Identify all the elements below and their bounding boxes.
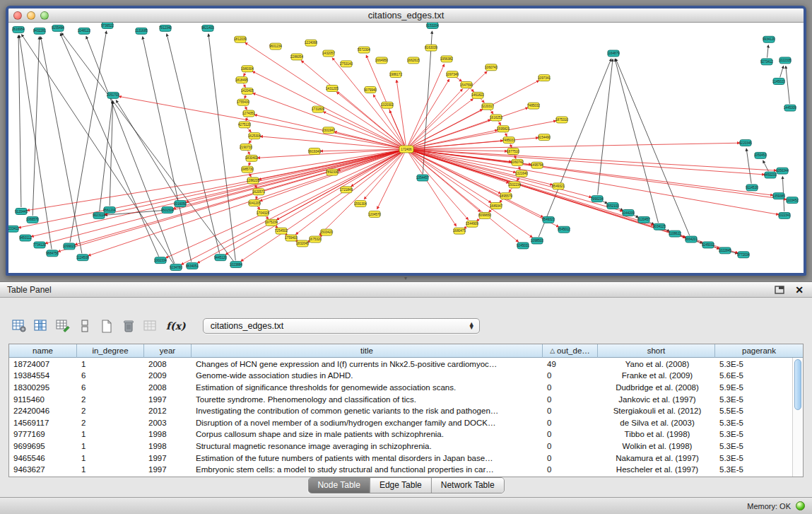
table-row[interactable]: 1938455462009Genome-wide association stu… bbox=[9, 370, 792, 382]
graph-node[interactable]: 1022845 bbox=[719, 247, 731, 254]
graph-node[interactable]: 1759403 bbox=[285, 235, 298, 241]
column-header-out-de-[interactable]: △out_de… bbox=[543, 344, 598, 358]
graph-node[interactable]: 1103452 bbox=[786, 197, 799, 204]
graph-node[interactable]: 1503420 bbox=[320, 229, 333, 235]
select-columns-icon[interactable] bbox=[33, 319, 49, 333]
graph-node[interactable]: 1108622 bbox=[669, 230, 681, 237]
graph-node[interactable]: 9601234 bbox=[269, 43, 282, 49]
graph-node[interactable]: 7734120 bbox=[33, 242, 46, 248]
column-header-pagerank[interactable]: pagerank bbox=[715, 344, 803, 358]
graph-node[interactable]: 7912340 bbox=[159, 25, 172, 31]
graph-edge[interactable] bbox=[260, 151, 403, 201]
graph-node[interactable]: 7990234 bbox=[591, 196, 604, 202]
graph-node[interactable]: 1164879 bbox=[607, 50, 620, 57]
graph-node[interactable]: 1145023 bbox=[772, 78, 785, 85]
graph-edge[interactable] bbox=[411, 150, 779, 215]
graph-edge[interactable] bbox=[249, 139, 252, 144]
graph-node[interactable]: 1830402 bbox=[245, 155, 258, 161]
table-row[interactable]: 969969511998Structural magnetic resonanc… bbox=[9, 440, 792, 452]
graph-node[interactable]: 9450112 bbox=[19, 235, 32, 241]
graph-node[interactable]: 9664201 bbox=[685, 236, 698, 243]
graph-edge[interactable] bbox=[490, 110, 493, 114]
graph-node[interactable]: 8233411 bbox=[8, 226, 19, 232]
graph-node[interactable]: 1986172 bbox=[389, 71, 402, 78]
graph-edge[interactable] bbox=[519, 166, 520, 170]
graph-edge[interactable] bbox=[100, 101, 112, 211]
graph-node[interactable]: 1812039 bbox=[234, 36, 247, 42]
graph-node[interactable]: 1689347 bbox=[490, 203, 502, 209]
graph-node[interactable]: 9245031 bbox=[517, 243, 529, 249]
graph-node[interactable]: 8834051 bbox=[186, 263, 199, 269]
graph-node[interactable]: 1321640 bbox=[515, 170, 528, 177]
graph-node[interactable]: 1056344 bbox=[776, 168, 789, 174]
delete-column-icon[interactable] bbox=[121, 319, 136, 333]
graph-node[interactable]: 1060743 bbox=[485, 64, 498, 71]
table-row[interactable]: 1872400712008Changes of HCN gene express… bbox=[9, 358, 792, 370]
graph-node[interactable]: 7485032 bbox=[527, 103, 540, 109]
graph-node[interactable]: 7485031 bbox=[502, 137, 515, 144]
graph-node[interactable]: 3041205 bbox=[248, 200, 261, 206]
graph-node[interactable]: 1664950 bbox=[375, 57, 388, 64]
graph-node[interactable]: 1099023 bbox=[63, 243, 76, 250]
table-mode-icon[interactable] bbox=[11, 319, 27, 333]
column-header-title[interactable]: title bbox=[192, 344, 543, 358]
network-canvas[interactable]: 2616954843228191554941048123973652211316… bbox=[8, 23, 804, 273]
graph-node[interactable]: 5572304 bbox=[358, 47, 370, 53]
graph-node[interactable]: 1875310 bbox=[555, 117, 568, 123]
graph-edge[interactable] bbox=[469, 88, 473, 92]
graph-node[interactable]: 2753140 bbox=[340, 61, 353, 67]
column-header-short[interactable]: short bbox=[598, 344, 715, 358]
graph-node[interactable]: 1755430 bbox=[237, 99, 249, 105]
graph-node[interactable]: 9445120 bbox=[214, 255, 227, 261]
zoom-window-button[interactable] bbox=[40, 11, 49, 20]
graph-node[interactable]: 9245032 bbox=[702, 242, 714, 248]
graph-node[interactable]: 1547590 bbox=[460, 82, 473, 88]
graph-node[interactable]: 7254502 bbox=[275, 228, 288, 234]
graph-node[interactable]: 1495794 bbox=[531, 162, 543, 168]
graph-node[interactable]: 9772034 bbox=[737, 252, 750, 258]
graph-edge[interactable] bbox=[246, 117, 247, 121]
graph-node[interactable]: 1431205 bbox=[326, 86, 339, 92]
table-row[interactable]: 946362711997Embryonic stem cells: a mode… bbox=[9, 463, 792, 475]
graph-edge[interactable] bbox=[509, 188, 512, 192]
column-header-in-degree[interactable]: in_degree bbox=[77, 344, 144, 358]
graph-node[interactable]: 1956382 bbox=[440, 56, 453, 62]
new-file-icon[interactable] bbox=[99, 319, 114, 333]
tab-network-table[interactable]: Network Table bbox=[432, 478, 504, 493]
graph-edge[interactable] bbox=[411, 121, 556, 148]
graph-node[interactable]: 7892330 bbox=[326, 169, 339, 175]
graph-node[interactable]: 8163039 bbox=[425, 45, 437, 51]
graph-node[interactable]: 1359385 bbox=[772, 193, 785, 199]
graph-edge[interactable] bbox=[410, 99, 473, 147]
graph-node[interactable]: 1591304 bbox=[354, 201, 367, 207]
graph-edge[interactable] bbox=[61, 33, 234, 261]
graph-node[interactable]: 1620571 bbox=[252, 189, 265, 195]
graph-edge[interactable] bbox=[389, 110, 404, 146]
graph-node[interactable]: 1097341 bbox=[538, 75, 551, 81]
function-builder-button[interactable]: f(x) bbox=[166, 320, 186, 332]
graph-edge[interactable] bbox=[181, 151, 403, 265]
table-row[interactable]: 911546021997Tourette syndrome. Phenomeno… bbox=[9, 393, 792, 405]
graph-edge[interactable] bbox=[165, 151, 402, 257]
graph-edge[interactable] bbox=[266, 216, 269, 219]
graph-edge[interactable] bbox=[411, 143, 740, 149]
graph-node[interactable]: 1002334 bbox=[154, 257, 167, 264]
graph-edge[interactable] bbox=[786, 66, 790, 103]
graph-edge[interactable] bbox=[411, 150, 787, 199]
graph-node[interactable]: 1022335 bbox=[779, 57, 792, 64]
minimize-window-button[interactable] bbox=[27, 11, 35, 20]
graph-node[interactable]: 1098503 bbox=[531, 238, 543, 244]
graph-node[interactable]: 9034125 bbox=[653, 223, 666, 230]
graph-edge[interactable] bbox=[33, 37, 39, 216]
graph-edge[interactable] bbox=[248, 151, 250, 154]
graph-node[interactable]: 1461822 bbox=[471, 92, 484, 98]
graph-node[interactable]: 1050453 bbox=[754, 152, 767, 158]
close-window-button[interactable] bbox=[13, 11, 22, 20]
graph-node[interactable]: 9220345 bbox=[739, 140, 752, 146]
graph-edge[interactable] bbox=[244, 83, 246, 87]
graph-edge[interactable] bbox=[244, 73, 246, 76]
graph-node[interactable]: 2016050 bbox=[174, 201, 187, 207]
graph-node[interactable]: 8153204 bbox=[426, 23, 439, 28]
graph-node[interactable]: 1124508 bbox=[76, 255, 89, 261]
graph-node[interactable]: 1131685 bbox=[135, 28, 148, 34]
